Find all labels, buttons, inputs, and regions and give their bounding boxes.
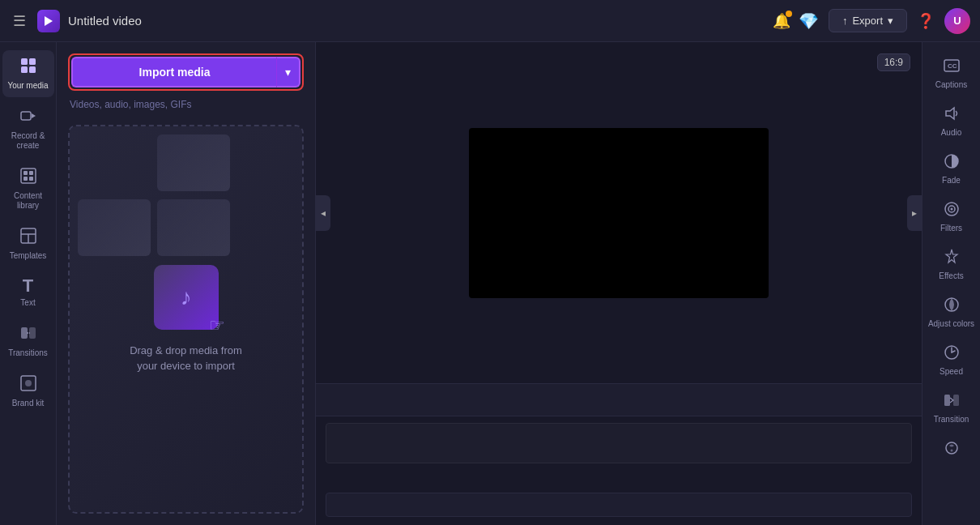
sidebar-item-text[interactable]: T Text (2, 271, 54, 314)
video-preview (469, 128, 769, 298)
right-item-fade[interactable]: Fade (925, 146, 978, 192)
right-item-label: Captions (935, 80, 967, 90)
cursor-icon: ☞ (209, 315, 225, 336)
sidebar-item-content-library[interactable]: Content library (2, 160, 54, 217)
notifications-icon[interactable]: 🔔 (773, 12, 790, 30)
right-item-label: Fade (942, 176, 961, 186)
svg-rect-8 (23, 171, 28, 175)
page-title: Untitled video (68, 14, 765, 28)
svg-rect-9 (29, 171, 33, 175)
adjust-colors-icon (943, 296, 961, 316)
svg-rect-4 (29, 66, 36, 73)
main-layout: Your media Record & create (0, 42, 980, 525)
menu-icon[interactable]: ☰ (10, 9, 29, 33)
svg-point-31 (950, 450, 952, 452)
timeline (316, 383, 922, 525)
right-item-label: Effects (939, 271, 963, 281)
sidebar-item-your-media[interactable]: Your media (2, 50, 54, 97)
media-thumbnail (157, 134, 230, 191)
right-sidebar: CC Captions Audio Fade (922, 42, 980, 525)
right-item-effects[interactable]: Effects (925, 241, 978, 288)
sidebar-item-label: Record & create (7, 131, 49, 151)
drop-zone[interactable]: ♪ ☞ Drag & drop media from your device t… (68, 125, 304, 514)
export-arrow-icon: ↑ (842, 15, 848, 27)
premium-icon[interactable]: 💎 (799, 11, 819, 31)
right-item-label: Audio (941, 128, 962, 138)
media-thumbnail (157, 199, 230, 256)
filters-icon (943, 200, 961, 220)
sidebar-item-label: Templates (10, 251, 47, 261)
right-item-label: Adjust colors (928, 319, 974, 329)
sidebar-item-label: Your media (7, 81, 48, 91)
right-item-adjust-colors[interactable]: Adjust colors (925, 289, 978, 335)
export-button[interactable]: ↑ Export ▾ (829, 9, 907, 32)
import-media-button[interactable]: Import media (71, 57, 276, 88)
panel-top: Import media ▾ Videos, audio, images, GI… (57, 42, 315, 125)
svg-rect-7 (21, 169, 36, 183)
right-item-label: Transition (934, 415, 969, 425)
captions-icon: CC (943, 57, 961, 77)
sidebar-item-label: Brand kit (12, 399, 44, 408)
help-icon[interactable]: ❓ (917, 12, 935, 30)
topbar: ☰ Untitled video 🔔 💎 ↑ Export ▾ ❓ U (0, 0, 980, 42)
center-area: 16:9 ◂ ▸ (316, 42, 922, 525)
preview-area: 16:9 ◂ ▸ (316, 42, 922, 383)
right-item-audio[interactable]: Audio (925, 98, 978, 144)
record-create-icon (19, 107, 37, 128)
timeline-track-1 (326, 423, 912, 463)
right-item-speed[interactable]: Speed (925, 337, 978, 383)
svg-rect-1 (21, 58, 28, 65)
svg-rect-15 (21, 327, 28, 339)
panel-subtitle: Videos, audio, images, GIFs (68, 99, 304, 110)
sidebar-item-brand-kit[interactable]: Brand kit (2, 368, 54, 415)
import-area: Import media ▾ (68, 53, 304, 91)
collapse-panel-right-button[interactable]: ▸ (907, 195, 922, 231)
timeline-body (316, 416, 922, 525)
svg-point-18 (25, 380, 32, 386)
templates-icon (19, 227, 37, 248)
svg-rect-11 (29, 177, 33, 181)
right-item-filters[interactable]: Filters (925, 194, 978, 240)
svg-rect-28 (944, 395, 950, 406)
speed-icon (943, 344, 961, 364)
timeline-label-area (326, 493, 912, 517)
aspect-ratio-badge[interactable]: 16:9 (877, 53, 910, 71)
svg-text:CC: CC (948, 62, 957, 70)
sidebar-item-label: Content library (7, 191, 49, 211)
sidebar-item-label: Text (20, 298, 35, 308)
music-icon: ♪ (181, 284, 192, 310)
svg-rect-10 (23, 177, 28, 181)
transition-icon (943, 391, 961, 412)
sidebar-item-label: Transitions (8, 348, 48, 358)
your-media-icon (19, 57, 37, 78)
sidebar-item-transitions[interactable]: Transitions (2, 318, 54, 365)
right-item-label: Filters (940, 224, 962, 233)
drop-thumb: ♪ ☞ (154, 265, 219, 330)
svg-marker-6 (32, 113, 36, 118)
export-chevron-icon: ▾ (888, 15, 893, 27)
timeline-toolbar (316, 384, 922, 416)
sidebar-item-record-create[interactable]: Record & create (2, 100, 54, 157)
audio-icon (943, 105, 961, 125)
right-item-transition[interactable]: Transition (925, 385, 978, 431)
right-item-more[interactable] (925, 433, 978, 466)
svg-point-25 (950, 208, 952, 211)
svg-rect-16 (29, 327, 36, 339)
import-dropdown-button[interactable]: ▾ (276, 57, 300, 88)
avatar[interactable]: U (944, 8, 970, 34)
svg-point-30 (946, 442, 957, 454)
svg-rect-29 (953, 395, 959, 406)
notification-badge (786, 11, 792, 17)
content-library-icon (19, 167, 37, 188)
right-item-captions[interactable]: CC Captions (925, 50, 978, 96)
svg-marker-0 (45, 16, 53, 26)
app-logo (37, 10, 60, 32)
more-icon (943, 439, 961, 459)
svg-marker-21 (946, 108, 954, 119)
effects-icon (943, 248, 961, 268)
collapse-panel-left-button[interactable]: ◂ (316, 195, 330, 231)
text-icon: T (23, 277, 33, 295)
sidebar-item-templates[interactable]: Templates (2, 220, 54, 267)
left-sidebar: Your media Record & create (0, 42, 57, 525)
topbar-right: 💎 ↑ Export ▾ ❓ U (799, 8, 970, 34)
